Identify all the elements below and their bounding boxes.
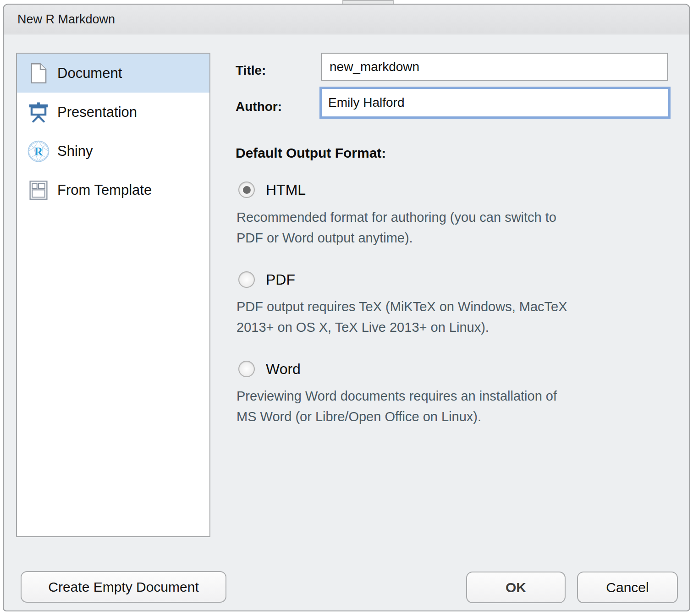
radio-option-pdf[interactable]: PDF bbox=[238, 270, 295, 289]
sidebar-item-label: Shiny bbox=[57, 143, 93, 160]
sidebar-item-label: Document bbox=[57, 65, 122, 82]
presentation-icon bbox=[26, 100, 51, 125]
dialog-titlebar: New R Markdown bbox=[4, 5, 689, 34]
document-icon bbox=[26, 61, 51, 86]
radio-button-word-icon[interactable] bbox=[238, 361, 255, 377]
author-input[interactable] bbox=[319, 87, 671, 119]
document-type-list: Document Presentation bbox=[16, 53, 210, 537]
sidebar-item-shiny[interactable]: R Shiny bbox=[17, 132, 209, 170]
pdf-description: PDF output requires TeX (MiKTeX on Windo… bbox=[236, 297, 686, 338]
cancel-button[interactable]: Cancel bbox=[577, 572, 678, 603]
shiny-icon: R bbox=[26, 139, 51, 164]
sidebar-item-presentation[interactable]: Presentation bbox=[17, 93, 209, 132]
radio-label-html: HTML bbox=[266, 182, 306, 198]
radio-button-pdf-icon[interactable] bbox=[238, 271, 255, 288]
radio-button-html-icon[interactable] bbox=[238, 182, 255, 198]
sidebar-item-label: Presentation bbox=[57, 104, 137, 121]
dialog-title: New R Markdown bbox=[17, 12, 115, 27]
html-description: Recommended format for authoring (you ca… bbox=[236, 207, 686, 248]
svg-text:R: R bbox=[34, 145, 43, 157]
radio-label-word: Word bbox=[266, 361, 301, 378]
radio-label-pdf: PDF bbox=[266, 271, 295, 288]
title-field-label: Title: bbox=[236, 63, 266, 78]
radio-option-word[interactable]: Word bbox=[238, 359, 301, 379]
author-field-label: Author: bbox=[236, 99, 282, 114]
radio-option-html[interactable]: HTML bbox=[238, 180, 306, 199]
sidebar-item-from-template[interactable]: From Template bbox=[17, 170, 209, 209]
new-r-markdown-dialog: New R Markdown Document bbox=[3, 4, 690, 611]
sidebar-item-label: From Template bbox=[57, 182, 152, 198]
template-icon bbox=[26, 178, 51, 203]
create-empty-document-button[interactable]: Create Empty Document bbox=[21, 571, 226, 603]
output-format-heading: Default Output Format: bbox=[236, 145, 386, 161]
word-description: Previewing Word documents requires an in… bbox=[236, 386, 686, 427]
title-input[interactable] bbox=[321, 53, 668, 81]
ok-button[interactable]: OK bbox=[466, 572, 566, 603]
sidebar-item-document[interactable]: Document bbox=[17, 54, 209, 93]
